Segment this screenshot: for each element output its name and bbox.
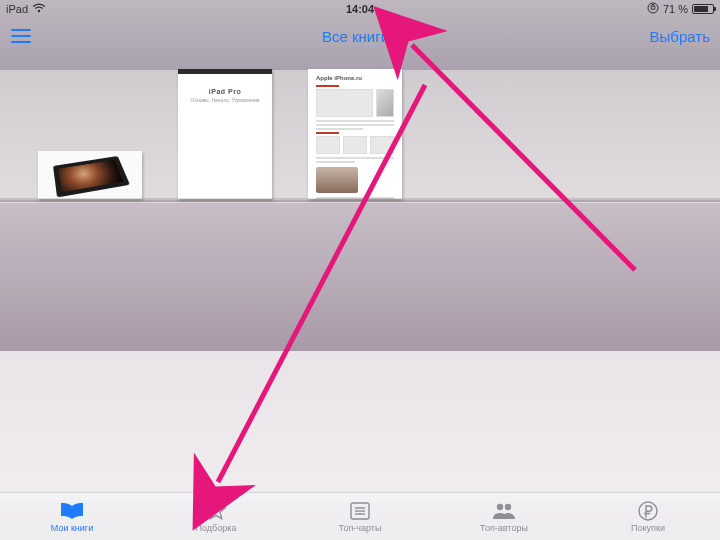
tab-label: Топ-авторы bbox=[480, 523, 528, 533]
svg-point-8 bbox=[497, 504, 503, 510]
wifi-icon bbox=[32, 3, 46, 15]
battery-icon bbox=[692, 4, 714, 14]
tab-label: Подборка bbox=[196, 523, 237, 533]
tab-topauthors[interactable]: Топ-авторы bbox=[459, 500, 549, 533]
book-open-icon bbox=[59, 500, 85, 522]
status-bar: iPad 14:04 71 % bbox=[0, 0, 720, 18]
book-cover-art bbox=[178, 69, 272, 74]
bookshelf: iPad Pro Основы. Начало. Управление Appl… bbox=[0, 54, 720, 202]
status-time: 14:04 bbox=[346, 3, 374, 15]
tab-featured[interactable]: Подборка bbox=[171, 500, 261, 533]
book-subtitle: Основы. Начало. Управление bbox=[186, 97, 264, 103]
book-item[interactable]: iPad Pro Основы. Начало. Управление bbox=[178, 69, 272, 199]
orientation-lock-icon bbox=[647, 2, 659, 16]
list-view-button[interactable] bbox=[10, 28, 32, 44]
select-button[interactable]: Выбрать bbox=[650, 28, 710, 45]
tab-topcharts[interactable]: Топ-чарты bbox=[315, 500, 405, 533]
book-title: Apple iPhone.ru bbox=[316, 75, 394, 81]
book-title: iPad Pro bbox=[186, 88, 264, 95]
nav-bar: Все книги▾ Выбрать bbox=[0, 18, 720, 54]
svg-point-9 bbox=[505, 504, 511, 510]
collection-dropdown[interactable]: Все книги▾ bbox=[322, 28, 398, 45]
list-numbered-icon bbox=[349, 500, 371, 522]
people-icon bbox=[491, 500, 517, 522]
star-icon bbox=[205, 500, 227, 522]
tab-mybooks[interactable]: Мои книги bbox=[27, 500, 117, 533]
tab-bar: Мои книги Подборка Топ-чарты Топ-авторы … bbox=[0, 492, 720, 540]
tab-label: Топ-чарты bbox=[339, 523, 382, 533]
device-label: iPad bbox=[6, 3, 28, 15]
book-cover-art bbox=[53, 156, 130, 197]
battery-percent: 71 % bbox=[663, 3, 688, 15]
collection-title: Все книги bbox=[322, 28, 389, 45]
shelf-ledge bbox=[0, 198, 720, 202]
book-item[interactable] bbox=[38, 151, 142, 199]
tab-label: Мои книги bbox=[51, 523, 93, 533]
ruble-circle-icon bbox=[637, 500, 659, 522]
book-item[interactable]: Apple iPhone.ru bbox=[308, 69, 402, 199]
tab-purchased[interactable]: Покупки bbox=[603, 500, 693, 533]
chevron-down-icon: ▾ bbox=[393, 33, 398, 44]
tab-label: Покупки bbox=[631, 523, 665, 533]
